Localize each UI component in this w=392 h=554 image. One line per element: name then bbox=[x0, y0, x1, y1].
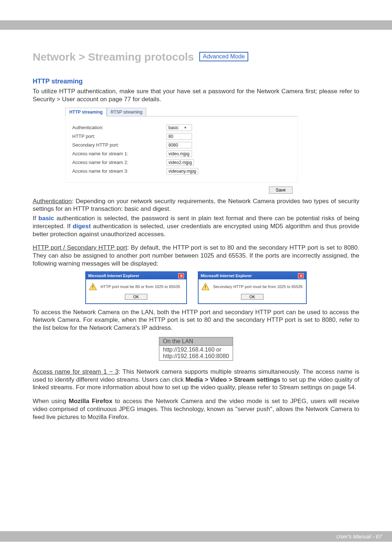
auth-lead: Authentication bbox=[33, 198, 72, 205]
access-paragraph: Access name for stream 1 ~ 3: This Netwo… bbox=[33, 368, 359, 391]
secondary-http-port-label: Secondary HTTP port: bbox=[72, 142, 167, 148]
svg-text:!: ! bbox=[92, 284, 94, 290]
close-icon[interactable]: ✕ bbox=[178, 273, 184, 278]
lan-url-1: http://192.168.4.160 or bbox=[163, 346, 229, 353]
page-title: Network > Streaming protocols bbox=[33, 51, 194, 63]
tab-http-streaming[interactable]: HTTP streaming bbox=[65, 108, 107, 116]
mode-badge: Advanced Mode bbox=[199, 52, 249, 61]
warning-dialogs: Microsoft Internet Explorer ✕ ! HTTP por… bbox=[33, 271, 359, 304]
port-lead: HTTP port / Secondary HTTP port bbox=[33, 244, 127, 251]
dialog-http-port: Microsoft Internet Explorer ✕ ! HTTP por… bbox=[85, 271, 187, 304]
save-button[interactable]: Save bbox=[269, 186, 293, 194]
lan-address-table: On the LAN http://192.168.4.160 or http:… bbox=[159, 337, 233, 361]
access2-label: Access name for stream 2: bbox=[72, 160, 167, 165]
port-paragraph: HTTP port / Secondary HTTP port: By defa… bbox=[33, 244, 359, 267]
access1-label: Access name for stream 1: bbox=[72, 151, 167, 156]
dialog-title: Microsoft Internet Explorer bbox=[88, 274, 139, 278]
page-footer: User's Manual - 67 bbox=[0, 531, 392, 542]
access3-input[interactable]: videoany.mjpg bbox=[167, 168, 198, 175]
warning-icon: ! bbox=[201, 283, 209, 290]
ok-button[interactable]: OK bbox=[241, 294, 264, 300]
intro-paragraph: To utilize HTTP authentication, make sur… bbox=[33, 87, 359, 103]
dialog-title: Microsoft Internet Explorer bbox=[201, 274, 252, 278]
section-heading: HTTP streaming bbox=[33, 78, 359, 85]
warning-icon: ! bbox=[89, 283, 97, 290]
basic-digest-paragraph: If basic authentication is selected, the… bbox=[33, 214, 359, 238]
auth-paragraph: Authentication: Depending on your networ… bbox=[33, 197, 359, 213]
http-port-label: HTTP port: bbox=[72, 134, 167, 139]
dialog-secondary-port: Microsoft Internet Explorer ✕ ! Secondar… bbox=[198, 271, 307, 304]
access2-input[interactable]: video2.mjpg bbox=[167, 159, 194, 166]
lan-paragraph: To access the Network Camera on the LAN,… bbox=[33, 308, 359, 332]
dialog-message: HTTP port must be 80 or from 1025 to 655… bbox=[101, 284, 180, 289]
lan-url-2: http://192.168.4.160:8080 bbox=[163, 353, 229, 360]
access3-label: Access name for stream 3: bbox=[72, 168, 167, 174]
lan-header: On the LAN bbox=[159, 337, 233, 345]
secondary-http-port-input[interactable]: 8080 bbox=[167, 142, 192, 148]
auth-label: Authentication: bbox=[72, 125, 167, 130]
dialog-message: Secondary HTTP port must be from 1025 to… bbox=[213, 284, 303, 289]
brand-label: VIVOTEK bbox=[350, 13, 381, 21]
config-panel: HTTP streaming RTSP streaming Authentica… bbox=[65, 108, 298, 194]
auth-select[interactable]: basic ▼ bbox=[167, 124, 192, 131]
close-icon[interactable]: ✕ bbox=[298, 273, 304, 278]
ok-button[interactable]: OK bbox=[125, 294, 147, 300]
tab-rtsp-streaming[interactable]: RTSP streaming bbox=[107, 108, 147, 116]
firefox-paragraph: When using Mozilla Firefox to access the… bbox=[33, 397, 359, 421]
auth-value: basic bbox=[168, 125, 179, 130]
chevron-down-icon: ▼ bbox=[184, 126, 187, 130]
svg-text:!: ! bbox=[205, 284, 206, 290]
access-lead: Access name for stream 1 ~ 3 bbox=[33, 368, 119, 375]
access1-input[interactable]: video.mjpg bbox=[167, 151, 192, 157]
http-port-input[interactable]: 80 bbox=[167, 133, 192, 140]
